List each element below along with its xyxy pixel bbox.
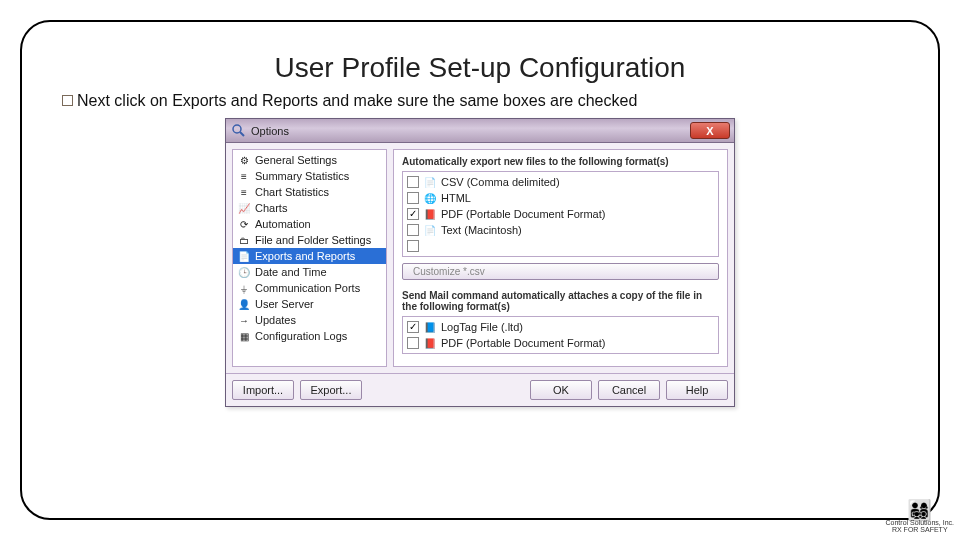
mail-format-icon: 📕 <box>423 336 437 350</box>
customize-csv-button[interactable]: Customize *.csv <box>402 263 719 280</box>
export-checkbox[interactable] <box>407 240 419 252</box>
people-icon: 👨‍👩‍👧‍👦 <box>886 501 954 519</box>
export-label: HTML <box>441 192 471 204</box>
nav-icon: 🕒 <box>237 265 251 279</box>
nav-item-summary-statistics[interactable]: ≡Summary Statistics <box>233 168 386 184</box>
export-format-list: 📄CSV (Comma delimited)🌐HTML📕PDF (Portabl… <box>402 171 719 257</box>
nav-label: Updates <box>255 314 296 326</box>
nav-icon: ≡ <box>237 185 251 199</box>
nav-label: Date and Time <box>255 266 327 278</box>
help-button[interactable]: Help <box>666 380 728 400</box>
export-button[interactable]: Export... <box>300 380 362 400</box>
mail-format-list: 📘LogTag File (.ltd)📕PDF (Portable Docume… <box>402 316 719 354</box>
nav-icon: ▦ <box>237 329 251 343</box>
export-section-label: Automatically export new files to the fo… <box>402 156 719 167</box>
slide-body: Next click on Exports and Reports and ma… <box>62 92 898 110</box>
export-row[interactable]: 📄CSV (Comma delimited) <box>405 174 716 190</box>
slide-title: User Profile Set-up Configuration <box>62 52 898 84</box>
nav-label: Configuration Logs <box>255 330 347 342</box>
export-row[interactable]: 🌐HTML <box>405 190 716 206</box>
nav-label: Communication Ports <box>255 282 360 294</box>
nav-item-configuration-logs[interactable]: ▦Configuration Logs <box>233 328 386 344</box>
nav-item-file-and-folder-settings[interactable]: 🗀File and Folder Settings <box>233 232 386 248</box>
export-row[interactable]: 📕PDF (Portable Document Format) <box>405 206 716 222</box>
window-body: ⚙General Settings≡Summary Statistics≡Cha… <box>226 143 734 373</box>
app-icon <box>232 124 246 138</box>
nav-label: File and Folder Settings <box>255 234 371 246</box>
company-logo: 👨‍👩‍👧‍👦 Control Solutions, Inc. RX FOR S… <box>886 501 954 534</box>
nav-label: Chart Statistics <box>255 186 329 198</box>
slide-frame: User Profile Set-up Configuration Next c… <box>20 20 940 520</box>
cancel-button[interactable]: Cancel <box>598 380 660 400</box>
nav-item-date-and-time[interactable]: 🕒Date and Time <box>233 264 386 280</box>
export-row[interactable]: 📄Text (Macintosh) <box>405 222 716 238</box>
import-button[interactable]: Import... <box>232 380 294 400</box>
nav-item-general-settings[interactable]: ⚙General Settings <box>233 152 386 168</box>
export-checkbox[interactable] <box>407 224 419 236</box>
nav-item-communication-ports[interactable]: ⏚Communication Ports <box>233 280 386 296</box>
export-format-icon: 📄 <box>423 175 437 189</box>
nav-label: Summary Statistics <box>255 170 349 182</box>
mail-section-label: Send Mail command automatically attaches… <box>402 290 719 312</box>
nav-icon: → <box>237 313 251 327</box>
mail-row[interactable]: 📕PDF (Portable Document Format) <box>405 335 716 351</box>
export-checkbox[interactable] <box>407 176 419 188</box>
export-format-icon: 📕 <box>423 207 437 221</box>
content-panel: Automatically export new files to the fo… <box>393 149 728 367</box>
svg-point-0 <box>233 125 241 133</box>
svg-line-1 <box>240 132 244 136</box>
nav-item-exports-and-reports[interactable]: 📄Exports and Reports <box>233 248 386 264</box>
nav-label: General Settings <box>255 154 337 166</box>
nav-icon: ⟳ <box>237 217 251 231</box>
logo-line2: RX FOR SAFETY <box>886 526 954 534</box>
nav-item-updates[interactable]: →Updates <box>233 312 386 328</box>
nav-icon: ≡ <box>237 169 251 183</box>
mail-row[interactable]: 📘LogTag File (.ltd) <box>405 319 716 335</box>
nav-label: Charts <box>255 202 287 214</box>
close-button[interactable]: X <box>690 122 730 139</box>
nav-icon: ⚙ <box>237 153 251 167</box>
mail-format-icon: 📘 <box>423 320 437 334</box>
export-row[interactable] <box>405 238 716 254</box>
export-format-icon <box>423 239 437 253</box>
mail-label: PDF (Portable Document Format) <box>441 337 605 349</box>
nav-item-charts[interactable]: 📈Charts <box>233 200 386 216</box>
nav-item-user-server[interactable]: 👤User Server <box>233 296 386 312</box>
export-label: CSV (Comma delimited) <box>441 176 560 188</box>
button-bar: Import... Export... OK Cancel Help <box>226 373 734 406</box>
nav-icon: 📈 <box>237 201 251 215</box>
nav-label: Exports and Reports <box>255 250 355 262</box>
close-icon: X <box>706 125 713 137</box>
ok-button[interactable]: OK <box>530 380 592 400</box>
export-label: Text (Macintosh) <box>441 224 522 236</box>
titlebar[interactable]: Options X <box>226 119 734 143</box>
mail-checkbox[interactable] <box>407 321 419 333</box>
nav-item-automation[interactable]: ⟳Automation <box>233 216 386 232</box>
slide-body-text: Next click on Exports and Reports and ma… <box>77 92 637 109</box>
window-title: Options <box>251 125 289 137</box>
export-checkbox[interactable] <box>407 208 419 220</box>
export-checkbox[interactable] <box>407 192 419 204</box>
nav-icon: 🗀 <box>237 233 251 247</box>
export-format-icon: 🌐 <box>423 191 437 205</box>
export-format-icon: 📄 <box>423 223 437 237</box>
logo-line1: Control Solutions, Inc. <box>886 519 954 527</box>
nav-icon: 📄 <box>237 249 251 263</box>
nav-label: Automation <box>255 218 311 230</box>
nav-panel: ⚙General Settings≡Summary Statistics≡Cha… <box>232 149 387 367</box>
nav-icon: ⏚ <box>237 281 251 295</box>
mail-checkbox[interactable] <box>407 337 419 349</box>
options-window: Options X ⚙General Settings≡Summary Stat… <box>225 118 735 407</box>
nav-item-chart-statistics[interactable]: ≡Chart Statistics <box>233 184 386 200</box>
bullet-square-icon <box>62 95 73 106</box>
mail-label: LogTag File (.ltd) <box>441 321 523 333</box>
nav-icon: 👤 <box>237 297 251 311</box>
nav-label: User Server <box>255 298 314 310</box>
export-label: PDF (Portable Document Format) <box>441 208 605 220</box>
